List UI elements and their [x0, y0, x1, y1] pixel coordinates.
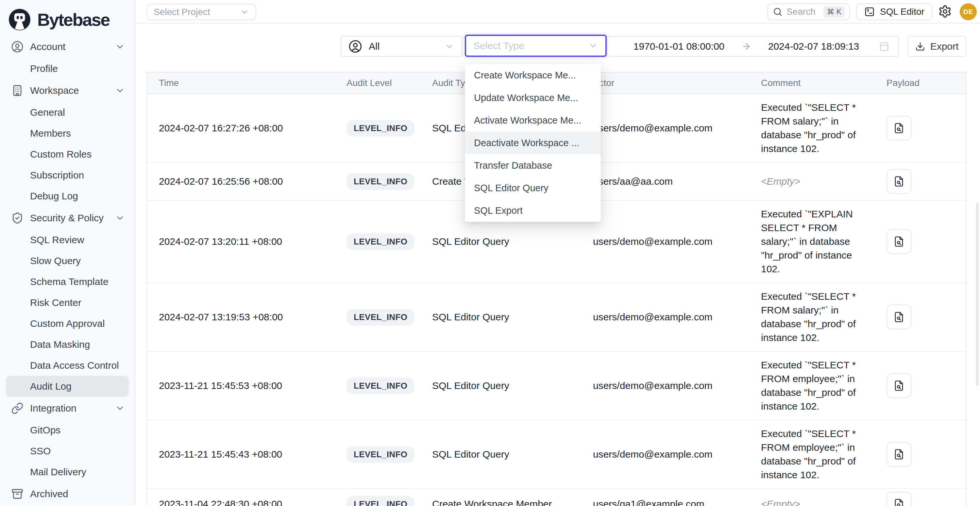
- project-select[interactable]: Select Project: [146, 4, 256, 20]
- shield-check-icon: [11, 212, 24, 224]
- cell-comment: Executed `"SELECT * FROM salary;"` in da…: [749, 94, 880, 162]
- sidebar-item-profile[interactable]: Profile: [6, 58, 129, 79]
- sidebar-item-debug-log[interactable]: Debug Log: [6, 186, 129, 207]
- item-label: Debug Log: [30, 191, 78, 202]
- sidebar-item-members[interactable]: Members: [6, 123, 129, 144]
- search-input[interactable]: Search ⌘ K: [767, 3, 850, 20]
- item-label: GitOps: [30, 425, 60, 436]
- sidebar-item-slow-query[interactable]: Slow Query: [6, 250, 129, 271]
- avatar[interactable]: DE: [960, 3, 977, 20]
- cell-actor: users/demo@example.com: [581, 380, 749, 391]
- cell-audit-level: LEVEL_INFO: [335, 120, 420, 137]
- sidebar-item-data-masking[interactable]: Data Masking: [6, 334, 129, 355]
- cell-audit-type: SQL Editor Query: [420, 449, 581, 460]
- search-icon: [773, 7, 783, 17]
- file-search-icon: [893, 311, 905, 323]
- sidebar-item-sql-review[interactable]: SQL Review: [6, 229, 129, 250]
- file-search-icon: [893, 122, 905, 134]
- cell-comment: <Empty>: [749, 168, 880, 195]
- type-option-activate-workspace-member[interactable]: Activate Workspace Me...: [465, 109, 601, 132]
- section-label: Security & Policy: [30, 212, 103, 224]
- cell-payload: [880, 492, 967, 506]
- cell-audit-level: LEVEL_INFO: [335, 173, 420, 190]
- item-label: Custom Approval: [30, 318, 105, 329]
- payload-view-button[interactable]: [886, 373, 912, 398]
- payload-view-button[interactable]: [886, 229, 912, 254]
- sidebar-item-mail-delivery[interactable]: Mail Delivery: [6, 461, 129, 482]
- app-window: Bytebase Account Profile Workspace: [0, 0, 980, 506]
- sidebar-item-subscription[interactable]: Subscription: [6, 165, 129, 186]
- sidebar-section-integration[interactable]: Integration: [6, 397, 129, 420]
- chevron-down-icon: [115, 213, 125, 223]
- payload-view-button[interactable]: [886, 305, 912, 329]
- cell-actor: users/demo@example.com: [581, 123, 749, 134]
- brand-logo[interactable]: Bytebase: [0, 0, 135, 35]
- cell-audit-level: LEVEL_INFO: [335, 309, 420, 326]
- column-header-time: Time: [147, 78, 335, 88]
- cell-time: 2023-11-21 15:45:43 +08:00: [147, 449, 335, 460]
- cell-time: 2024-02-07 13:19:53 +08:00: [147, 312, 335, 323]
- column-header-audit-level: Audit Level: [335, 78, 420, 88]
- type-option-sql-export[interactable]: SQL Export: [465, 199, 601, 222]
- section-label: Integration: [30, 403, 76, 414]
- export-button[interactable]: Export: [907, 36, 966, 57]
- sidebar-item-schema-template[interactable]: Schema Template: [6, 271, 129, 292]
- cell-audit-type: SQL Editor Query: [420, 236, 581, 247]
- payload-view-button[interactable]: [886, 116, 912, 140]
- sidebar-item-custom-approval[interactable]: Custom Approval: [6, 313, 129, 334]
- sidebar-section-archived[interactable]: Archived: [6, 482, 129, 505]
- cell-audit-type: Create Workspace Member: [420, 498, 581, 506]
- item-label: Custom Roles: [30, 149, 92, 160]
- type-filter-select[interactable]: Select Type: [465, 35, 607, 57]
- scrollbar[interactable]: [976, 203, 979, 386]
- sidebar-nav: Account Profile Workspace General Member…: [0, 35, 135, 505]
- avatar-initials: DE: [963, 8, 973, 16]
- chevron-down-icon: [589, 41, 598, 51]
- sidebar-item-audit-log[interactable]: Audit Log: [6, 376, 129, 397]
- sidebar-item-sso[interactable]: SSO: [6, 441, 129, 461]
- sidebar-section-account[interactable]: Account: [6, 35, 129, 58]
- sidebar-item-custom-roles[interactable]: Custom Roles: [6, 144, 129, 165]
- download-icon: [915, 41, 925, 51]
- cell-time: 2024-02-07 16:25:56 +08:00: [147, 176, 335, 187]
- sidebar-item-data-access-control[interactable]: Data Access Control: [6, 355, 129, 376]
- item-label: Members: [30, 128, 71, 139]
- sidebar-section-security-policy[interactable]: Security & Policy: [6, 207, 129, 229]
- cell-time: 2024-02-07 13:20:11 +08:00: [147, 236, 335, 247]
- chevron-down-icon: [115, 403, 125, 413]
- cell-audit-type: SQL Editor Query: [420, 312, 581, 323]
- cell-payload: [880, 229, 967, 254]
- chevron-down-icon: [240, 8, 249, 17]
- chevron-down-icon: [115, 86, 125, 95]
- date-range-picker[interactable]: 1970-01-01 08:00:00 2024-02-07 18:09:13: [607, 36, 899, 57]
- sidebar-item-general[interactable]: General: [6, 102, 129, 123]
- type-option-create-workspace-member[interactable]: Create Workspace Me...: [465, 64, 601, 87]
- type-option-update-workspace-member[interactable]: Update Workspace Me...: [465, 87, 601, 109]
- gear-icon[interactable]: [938, 5, 952, 18]
- sql-editor-button[interactable]: SQL Editor: [856, 3, 932, 20]
- type-option-transfer-database[interactable]: Transfer Database: [465, 154, 601, 177]
- sidebar-item-risk-center[interactable]: Risk Center: [6, 292, 129, 313]
- file-search-icon: [893, 235, 905, 248]
- cell-actor: users/aa@aa.com: [581, 176, 749, 187]
- sidebar-section-workspace[interactable]: Workspace: [6, 79, 129, 102]
- cell-time: 2024-02-07 16:27:26 +08:00: [147, 123, 335, 134]
- cell-payload: [880, 373, 967, 398]
- export-label: Export: [930, 41, 959, 52]
- sidebar-item-gitops[interactable]: GitOps: [6, 420, 129, 441]
- item-label: Data Access Control: [30, 360, 119, 371]
- level-badge: LEVEL_INFO: [347, 173, 415, 190]
- item-label: Mail Delivery: [30, 466, 86, 477]
- date-from-value: 1970-01-01 08:00:00: [617, 41, 741, 52]
- column-header-actor: Actor: [581, 78, 749, 88]
- type-option-sql-editor-query[interactable]: SQL Editor Query: [465, 177, 601, 199]
- table-row: 2023-11-21 15:45:43 +08:00 LEVEL_INFO SQ…: [147, 420, 966, 489]
- payload-view-button[interactable]: [886, 169, 912, 194]
- payload-view-button[interactable]: [886, 492, 912, 506]
- item-label: General: [30, 107, 65, 118]
- file-search-icon: [893, 498, 905, 506]
- type-option-deactivate-workspace-member[interactable]: Deactivate Workspace ...: [465, 132, 601, 154]
- column-header-comment: Comment: [749, 78, 880, 88]
- actor-filter-select[interactable]: All: [340, 36, 462, 57]
- payload-view-button[interactable]: [886, 442, 912, 467]
